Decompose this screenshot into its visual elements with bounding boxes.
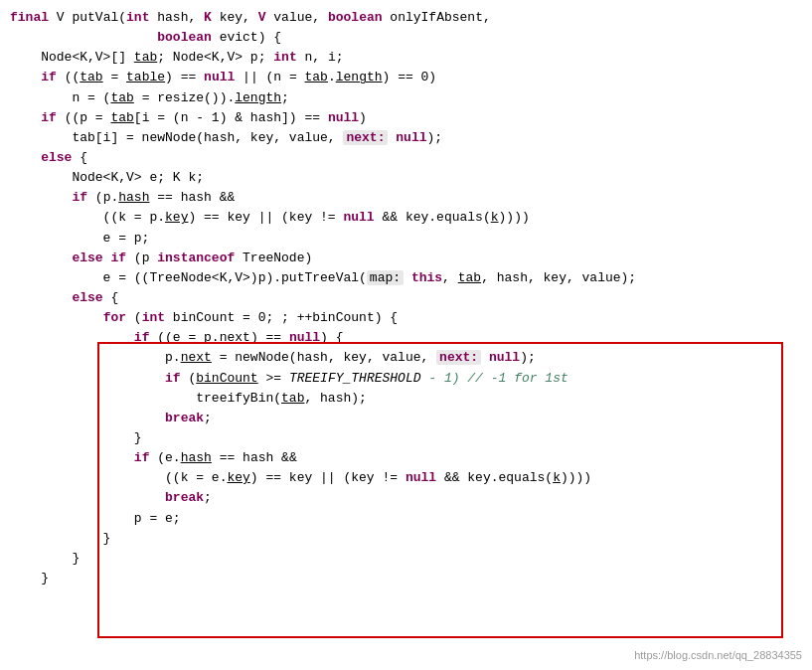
keyword: null — [204, 70, 235, 84]
code-text — [481, 350, 489, 365]
code-line: break; — [10, 488, 802, 508]
code-text: ; — [204, 411, 212, 425]
keyword: final — [10, 10, 49, 25]
code-line: } — [10, 428, 802, 448]
code-text: ) — [359, 110, 367, 125]
code-text: ; — [258, 50, 274, 65]
code-text: ((k = p. — [10, 210, 165, 225]
code-line: else if (p instanceof TreeNode) — [10, 249, 802, 268]
code-line: break; — [10, 409, 802, 428]
variable: next — [220, 330, 250, 345]
code-line: n = (tab = resize()).length; — [10, 88, 802, 108]
code-text — [10, 70, 41, 84]
code-text: && key.equals( — [375, 210, 491, 225]
code-text: , — [442, 270, 458, 285]
keyword: boolean — [328, 10, 383, 25]
code-text: [i = (n - 1) & hash]) == — [134, 110, 328, 125]
keyword: null — [289, 330, 320, 345]
code-line: } — [10, 529, 802, 549]
code-text: (p — [126, 251, 157, 265]
keyword: this — [411, 270, 442, 285]
code-line: p.next = newNode(hash, key, value, next:… — [10, 348, 802, 368]
code-text: (e. — [149, 450, 180, 465]
code-text — [10, 411, 165, 425]
keyword: break — [165, 411, 204, 425]
code-text: putVal — [72, 10, 118, 25]
code-text: } — [10, 571, 49, 586]
variable: tab — [80, 70, 102, 84]
code-text: ); — [520, 350, 536, 365]
keyword: instanceof — [157, 251, 235, 265]
code-text: binCount = 0; ; ++binCount) { — [165, 310, 398, 325]
code-text — [10, 251, 72, 265]
code-line: p = e; — [10, 509, 802, 529]
code-line: if (e.hash == hash && — [10, 448, 802, 468]
code-container: final V putVal(int hash, K key, V value,… — [0, 0, 812, 670]
code-text: ; Node<K,V> — [157, 50, 250, 65]
code-line: Node<K,V>[] tab; Node<K,V> p; int n, i; — [10, 48, 802, 68]
keyword: if — [41, 70, 57, 84]
variable: table — [126, 70, 165, 84]
keyword: null — [343, 210, 374, 225]
code-line: ((k = p.key) == key || (key != null && k… — [10, 208, 802, 228]
code-text: { — [103, 290, 119, 305]
variable: hash — [118, 190, 149, 205]
variable: tab — [110, 90, 133, 105]
code-text — [10, 190, 72, 205]
keyword: V — [258, 10, 266, 25]
code-text: == hash && — [212, 450, 297, 465]
label-next: next: — [343, 130, 388, 145]
code-text: )))) — [499, 210, 530, 225]
code-text: treeifyBin( — [10, 391, 281, 406]
code-line: treeifyBin(tab, hash); — [10, 389, 802, 409]
keyword: else — [41, 150, 72, 165]
code-text — [404, 270, 411, 285]
code-line: if (binCount >= TREEIFY_THRESHOLD - 1) /… — [10, 369, 802, 389]
code-text: = resize()). — [134, 90, 235, 105]
keyword: K — [204, 10, 212, 25]
code-text — [10, 490, 165, 505]
code-text: ((k = e. — [10, 470, 227, 485]
code-text: ; — [281, 90, 289, 105]
code-text: } — [10, 551, 80, 566]
code-text: ) == — [165, 70, 204, 84]
code-text: ) == 0) — [383, 70, 437, 84]
variable: tab — [110, 110, 133, 125]
watermark: https://blog.csdn.net/qq_28834355 — [634, 647, 802, 664]
code-text: == hash && — [149, 190, 235, 205]
code-text: ; — [204, 490, 212, 505]
label-map: map: — [367, 270, 404, 285]
code-text: ((e = p. — [149, 330, 219, 345]
code-line: for (int binCount = 0; ; ++binCount) { — [10, 308, 802, 328]
keyword: null — [406, 470, 436, 485]
keyword: else if — [72, 251, 126, 265]
code-text: value, — [266, 10, 328, 25]
code-text: tab[i] = newNode(hash, key, value, — [10, 130, 343, 145]
keyword: boolean — [10, 30, 212, 45]
keyword: if — [134, 330, 150, 345]
code-text: e = p; — [10, 231, 149, 246]
variable: binCount — [196, 371, 257, 386]
keyword: if — [134, 450, 150, 465]
code-text: , hash); — [304, 391, 366, 406]
code-block: final V putVal(int hash, K key, V value,… — [10, 8, 802, 588]
code-text: = — [103, 70, 126, 84]
variable: key — [227, 470, 249, 485]
code-text: ); — [427, 130, 443, 145]
code-line: e = p; — [10, 229, 802, 249]
code-text — [10, 290, 72, 305]
code-text: key, — [212, 10, 258, 25]
keyword: int — [142, 310, 165, 325]
variable: tab — [458, 270, 481, 285]
keyword: int — [126, 10, 149, 25]
keyword: null — [489, 350, 520, 365]
keyword: for — [103, 310, 126, 325]
code-text: Node<K,V> e; K k; — [10, 170, 204, 185]
code-text: p — [250, 50, 258, 65]
keyword: if — [72, 190, 87, 205]
variable: tab — [305, 70, 328, 84]
code-text: (( — [57, 70, 80, 84]
code-text: onlyIfAbsent, — [383, 10, 491, 25]
code-text — [10, 150, 41, 165]
variable: length — [235, 90, 281, 105]
